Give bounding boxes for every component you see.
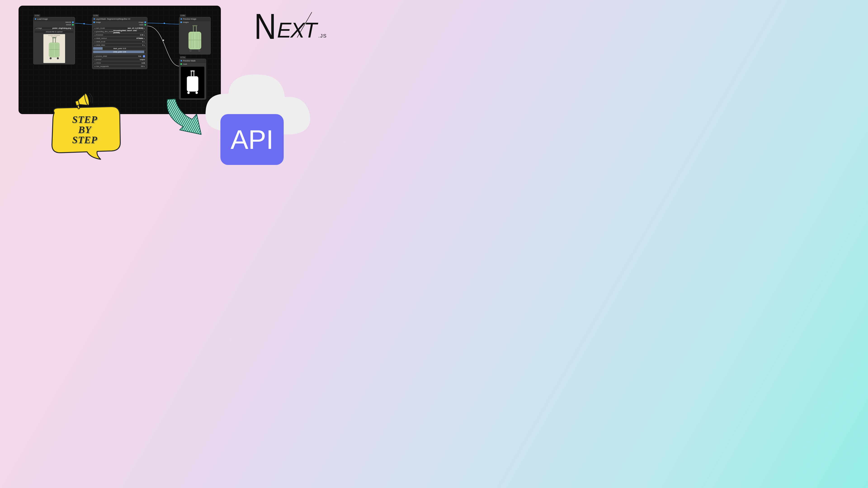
api-text: API	[230, 124, 274, 155]
node-timer: 8.19s	[93, 14, 99, 17]
param-value: 6	[143, 41, 143, 43]
param-value: subject	[140, 59, 145, 61]
slider-value: 0.15	[123, 47, 126, 50]
luggage-icon	[186, 24, 204, 54]
port-dot-icon[interactable]	[180, 22, 182, 23]
param-value: VITMatte	[136, 37, 143, 39]
svg-point-1	[164, 23, 165, 24]
port-out-image: IMAGE	[65, 21, 71, 23]
slider-label: black_point	[113, 47, 122, 50]
param-process-detail[interactable]: process_detailtrue	[93, 55, 147, 58]
param-value: true	[138, 55, 141, 57]
collapse-icon[interactable]	[94, 18, 95, 20]
param-label: detail_erode	[96, 41, 105, 43]
param-label: detail_method	[96, 37, 107, 39]
param-value: poster_xinglixiang.png	[53, 27, 71, 29]
node-title: Preview Mask	[183, 60, 195, 62]
svg-rect-32	[193, 71, 194, 76]
svg-point-2	[163, 39, 164, 41]
svg-point-0	[84, 23, 85, 24]
param-label: max_megapixels	[96, 65, 109, 67]
luggage-mask-icon	[185, 70, 200, 95]
param-image[interactable]: image poster_xinglixiang.png	[34, 27, 74, 30]
collapse-icon[interactable]	[35, 18, 36, 20]
slider-value: 0.99	[123, 51, 126, 53]
choose-file-button[interactable]: choose file to upload	[34, 30, 74, 33]
param-value: GroundingDINO_SwinT_OGC (694MB)	[113, 30, 143, 34]
port-out-mask2: mask	[139, 24, 144, 26]
svg-point-15	[50, 57, 52, 59]
luggage-icon	[47, 37, 62, 60]
port-dot-icon[interactable]	[145, 24, 146, 26]
nextjs-suffix: .JS	[316, 33, 327, 39]
svg-rect-4	[55, 38, 56, 43]
svg-rect-33	[190, 70, 195, 71]
param-device[interactable]: devicecuda	[93, 61, 147, 64]
bubble-line2: BY	[45, 125, 124, 135]
param-label: grounding_dino_model	[96, 31, 113, 33]
node-timer: 0.03s	[34, 14, 40, 17]
param-label: image	[37, 27, 42, 29]
node-preview-image[interactable]: 0.06s Preview Image images	[179, 17, 211, 55]
node-title: LayerMask: SegmentAnythingUltra V2	[96, 18, 130, 20]
param-label: detail_dilate	[96, 44, 105, 46]
param-value: 2.0	[141, 65, 143, 67]
param-value: cuda	[142, 62, 145, 64]
svg-rect-5	[52, 37, 56, 38]
port-out-mask: MASK	[66, 24, 71, 26]
svg-point-36	[195, 92, 198, 94]
svg-rect-39	[77, 105, 80, 109]
bubble-line1: STEP	[45, 115, 124, 125]
port-dot-icon[interactable]	[180, 63, 182, 65]
param-label: sam_model	[96, 27, 105, 29]
port-dot-icon[interactable]	[145, 22, 146, 23]
param-detail-dilate[interactable]: detail_dilate6	[93, 43, 147, 46]
svg-point-35	[187, 92, 190, 94]
port-in-image: image	[96, 21, 101, 23]
bubble-line3: STEP	[45, 135, 124, 145]
svg-point-16	[57, 57, 59, 59]
nextjs-logo: NEXT .JS	[252, 12, 327, 42]
megaphone-icon	[71, 90, 94, 111]
nextjs-text: EXT	[277, 18, 316, 42]
api-badge: API	[220, 114, 284, 165]
port-out-image2: image	[138, 21, 144, 23]
image-preview[interactable]: CLASSIC MODERN · 万向轮可登机 ·	[43, 34, 65, 63]
toggle-icon[interactable]	[143, 55, 145, 57]
param-dino-model[interactable]: grounding_dino_modelGroundingDINO_SwinT_…	[93, 30, 147, 33]
node-title: Load Image	[37, 18, 48, 20]
port-dot-icon[interactable]	[72, 22, 74, 23]
collapse-icon[interactable]	[181, 18, 182, 20]
node-title: Preview Image	[183, 18, 196, 20]
param-sam-model[interactable]: sam_modelsam_vit_h (2.56GB)	[93, 27, 147, 30]
node-load-image[interactable]: 0.03s Load Image IMAGE MASK image poster…	[33, 17, 75, 64]
slider-label: white_point	[113, 51, 122, 53]
node-layermask[interactable]: 8.19s LayerMask: SegmentAnythingUltra V2…	[92, 17, 147, 69]
svg-rect-18	[196, 26, 197, 32]
slider-white-point[interactable]: white_point 0.99	[93, 51, 147, 53]
svg-rect-17	[193, 26, 194, 32]
node-timer: 0.71s	[180, 56, 186, 59]
param-value: sam_vit_h (2.56GB)	[127, 27, 143, 29]
svg-rect-34	[187, 76, 198, 92]
param-value: 0.30	[140, 34, 143, 36]
port-in-mask: mask	[183, 63, 187, 65]
param-label: device	[96, 62, 101, 64]
param-value: 6	[143, 44, 143, 46]
param-detail-erode[interactable]: detail_erode6	[93, 40, 147, 43]
param-detail-method[interactable]: detail_methodVITMatte	[93, 37, 147, 40]
param-prompt[interactable]: promptsubject	[93, 58, 147, 61]
svg-rect-3	[53, 38, 53, 43]
svg-point-29	[189, 50, 192, 52]
collapse-icon[interactable]	[181, 60, 182, 61]
port-in-images: images	[183, 21, 189, 23]
slider-black-point[interactable]: black_point 0.15	[93, 47, 147, 50]
param-threshold[interactable]: threshold0.30	[93, 33, 147, 36]
port-dot-icon[interactable]	[72, 24, 74, 26]
node-timer: 0.06s	[180, 14, 186, 17]
param-label: process_detail	[96, 55, 107, 57]
port-dot-icon[interactable]	[93, 22, 95, 23]
param-label: threshold	[96, 34, 103, 36]
svg-point-30	[198, 50, 200, 52]
param-max-megapixels[interactable]: max_megapixels2.0	[93, 65, 147, 68]
